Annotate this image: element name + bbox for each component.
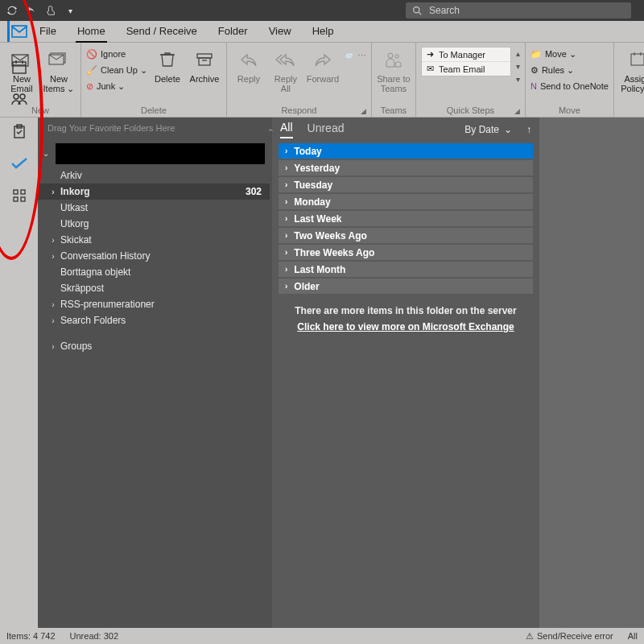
rules-button[interactable]: ⚙Rules ⌄: [530, 63, 609, 77]
new-items-button[interactable]: New Items ⌄: [42, 45, 76, 93]
nav-tasks-icon[interactable]: [7, 121, 31, 142]
clean-up-button[interactable]: 🧹Clean Up ⌄: [86, 63, 147, 77]
assign-policy-button[interactable]: Assign Policy ⌄: [619, 45, 644, 93]
reply-all-button[interactable]: Reply All: [269, 45, 303, 93]
quick-step-team-email[interactable]: ✉Team Email: [422, 62, 510, 76]
nav-calendar-icon[interactable]: [7, 56, 31, 77]
new-items-icon: [47, 47, 70, 72]
ignore-icon: 🚫: [86, 47, 97, 61]
move-button[interactable]: 📁Move ⌄: [530, 47, 609, 61]
archive-button[interactable]: Archive: [188, 45, 221, 84]
status-item-count: Items: 4 742: [6, 631, 56, 641]
group-two-weeks-ago[interactable]: ›Two Weeks Ago: [279, 228, 533, 243]
folder-pane-splitter[interactable]: ‹: [270, 118, 272, 628]
folder-skickat[interactable]: ›Skickat: [38, 232, 270, 248]
folder-utkorg[interactable]: Utkorg: [38, 216, 270, 232]
send-receive-error-button[interactable]: ⚠ Send/Receive error: [526, 631, 613, 642]
ignore-button[interactable]: 🚫Ignore: [86, 47, 147, 61]
folder-utkast[interactable]: Utkast: [38, 200, 270, 216]
folder-inkorg[interactable]: ›Inkorg302: [38, 184, 270, 200]
group-last-week[interactable]: ›Last Week: [279, 211, 533, 226]
archive-label: Archive: [190, 74, 220, 84]
cleanup-icon: 🧹: [86, 63, 97, 77]
move-icon: 📁: [530, 47, 542, 61]
svg-point-16: [20, 94, 25, 99]
filter-unread-tab[interactable]: Unread: [308, 122, 345, 138]
forward-button[interactable]: Forward: [306, 45, 340, 84]
quick-steps-more-icon[interactable]: ▾: [516, 72, 520, 85]
delete-button[interactable]: Delete: [151, 45, 184, 84]
quick-steps-up-icon[interactable]: ▴: [516, 47, 520, 60]
folder-skrappost[interactable]: Skräppost: [38, 280, 270, 296]
filter-all-tab[interactable]: All: [280, 121, 293, 138]
nav-mail-icon[interactable]: [7, 21, 31, 42]
message-group-list: ›Today ›Yesterday ›Tuesday ›Monday ›Last…: [272, 142, 539, 294]
svg-rect-20: [21, 190, 25, 194]
status-bar: Items: 4 742 Unread: 302 ⚠ Send/Receive …: [0, 628, 644, 644]
undo-icon[interactable]: [24, 3, 39, 18]
ribbon-body: New Email New Items ⌄ New 🚫Ignore 🧹Clean…: [0, 43, 644, 118]
nav-more-apps-icon[interactable]: [7, 185, 31, 206]
sort-direction-button[interactable]: ↑: [526, 124, 531, 135]
account-header-redacted[interactable]: [56, 143, 265, 164]
folder-search-folders[interactable]: ›Search Folders: [38, 312, 270, 328]
favorites-drop-zone[interactable]: Drag Your Favorite Folders Here: [38, 118, 270, 138]
collapse-gripper-icon[interactable]: ‹: [270, 122, 272, 138]
quick-steps-launcher-icon[interactable]: ◢: [514, 107, 520, 115]
group-monday[interactable]: ›Monday: [279, 194, 533, 209]
chevron-right-icon: ›: [285, 231, 287, 240]
qat-more-icon[interactable]: ▾: [63, 3, 77, 18]
ribbon-group-move: 📁Move ⌄ ⚙Rules ⌄ NSend to OneNote Move: [526, 43, 614, 117]
touch-mode-icon[interactable]: [43, 3, 58, 18]
sort-by-date-button[interactable]: By Date⌄: [464, 124, 512, 135]
chevron-right-icon: ›: [285, 180, 287, 189]
folder-groups[interactable]: ›Groups: [38, 338, 270, 354]
send-to-onenote-button[interactable]: NSend to OneNote: [530, 79, 609, 93]
search-placeholder: Search: [429, 5, 460, 16]
tab-file[interactable]: File: [38, 22, 58, 42]
reply-button[interactable]: Reply: [232, 45, 266, 84]
ribbon-group-respond: Reply Reply All Forward 📨⋯ Respond◢: [227, 43, 372, 117]
search-icon: [412, 6, 423, 16]
folder-rss[interactable]: ›RSS-prenumerationer: [38, 296, 270, 312]
svg-point-8: [388, 53, 393, 58]
group-three-weeks-ago[interactable]: ›Three Weeks Ago: [279, 245, 533, 260]
respond-launcher-icon[interactable]: ◢: [361, 107, 366, 115]
tab-view[interactable]: View: [267, 22, 293, 42]
group-tuesday[interactable]: ›Tuesday: [279, 177, 533, 192]
folder-list: Arkiv ›Inkorg302 Utkast Utkorg ›Skickat …: [38, 167, 270, 354]
quick-steps-down-icon[interactable]: ▾: [516, 60, 520, 72]
junk-icon: ⊘: [86, 79, 93, 93]
svg-rect-10: [631, 54, 644, 65]
team-email-icon: ✉: [427, 64, 434, 74]
group-today[interactable]: ›Today: [279, 143, 533, 159]
sync-icon[interactable]: [5, 3, 19, 18]
quick-step-to-manager[interactable]: ➜To Manager: [422, 47, 510, 62]
folder-conversation-history[interactable]: ›Conversation History: [38, 248, 270, 264]
quick-steps-gallery[interactable]: ➜To Manager ✉Team Email: [421, 47, 511, 76]
delete-icon: [159, 47, 176, 72]
tab-folder[interactable]: Folder: [217, 22, 250, 42]
group-yesterday[interactable]: ›Yesterday: [279, 160, 533, 175]
folder-borttagna[interactable]: Borttagna objekt: [38, 264, 270, 280]
nav-people-icon[interactable]: [7, 89, 31, 109]
respond-more-button[interactable]: 📨⋯: [343, 48, 366, 63]
account-chevron-icon[interactable]: ⌄: [43, 149, 51, 158]
title-bar: ▾ Search: [0, 0, 644, 21]
junk-button[interactable]: ⊘Junk ⌄: [86, 79, 147, 93]
ribbon-group-tags: Assign Policy ⌄ Unrea Rea: [614, 43, 644, 117]
share-to-teams-button[interactable]: Share to Teams: [377, 45, 411, 93]
nav-todo-icon[interactable]: [7, 153, 31, 174]
tab-home[interactable]: Home: [76, 22, 107, 42]
more-icon: 📨: [343, 48, 354, 63]
search-input[interactable]: Search: [406, 2, 631, 19]
svg-rect-6: [199, 58, 210, 65]
group-older[interactable]: ›Older: [279, 279, 533, 294]
tab-help[interactable]: Help: [311, 22, 336, 42]
group-last-month[interactable]: ›Last Month: [279, 262, 533, 277]
arrow-up-icon: ↑: [526, 124, 531, 135]
tab-send-receive[interactable]: Send / Receive: [125, 22, 199, 42]
chevron-right-icon: ›: [285, 163, 287, 172]
view-more-on-exchange-link[interactable]: Click here to view more on Microsoft Exc…: [272, 321, 539, 332]
folder-arkiv[interactable]: Arkiv: [38, 167, 270, 184]
